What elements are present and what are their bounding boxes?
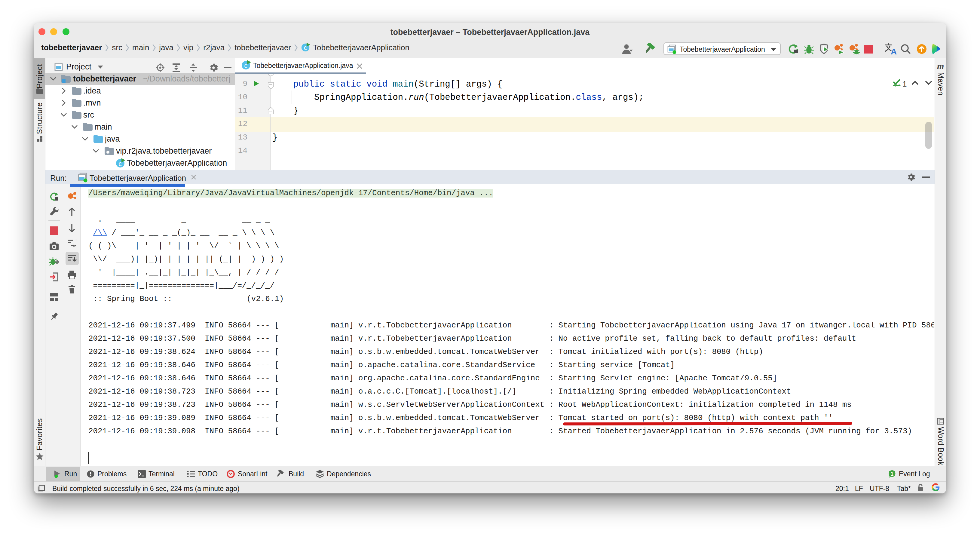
svg-text:1: 1	[891, 471, 893, 477]
svg-text:C: C	[118, 161, 122, 168]
svg-text:C: C	[244, 63, 247, 70]
svg-text:C: C	[304, 45, 307, 51]
svg-text:A: A	[891, 47, 897, 55]
